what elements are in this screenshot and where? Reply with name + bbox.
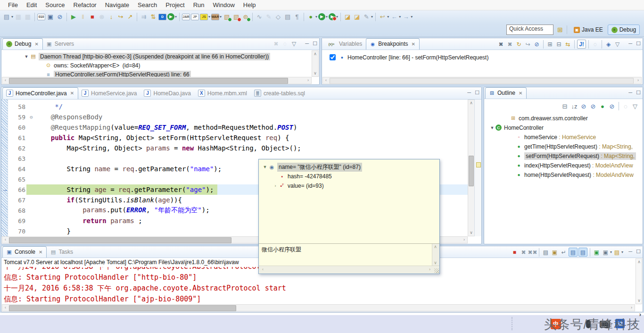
detail-hscrollbar[interactable]: ‹ ›	[259, 266, 439, 274]
scroll-right-icon[interactable]: ›	[635, 77, 641, 83]
tab-homecontroller-java[interactable]: JHomeController.java✕	[2, 87, 78, 99]
show-stderr-icon[interactable]: ▤	[578, 248, 587, 257]
tab-homeservice-java[interactable]: JHomeService.java	[78, 88, 140, 99]
minimize-icon[interactable]: ─	[628, 249, 632, 255]
breakpoints-hscroll-thumb[interactable]	[330, 78, 634, 84]
breakpoint-item[interactable]: ●HomeController [line: 66] - setForm(Htt…	[330, 53, 488, 62]
war-export-icon[interactable]: WAR	[211, 14, 219, 20]
scroll-right-icon[interactable]: ›	[461, 237, 467, 243]
step-into-icon[interactable]: ↓	[107, 13, 116, 21]
minimize-icon[interactable]: ─	[628, 41, 632, 47]
tab-console[interactable]: ▣Console✕	[2, 246, 47, 258]
scroll-up-icon[interactable]: ∧	[432, 244, 438, 250]
forward-icon[interactable]: →	[402, 13, 410, 21]
word-wrap-icon[interactable]: ↵	[560, 248, 568, 256]
minimize-icon[interactable]: ─	[467, 90, 471, 96]
inspect-row[interactable]: ▪hash= -42478485	[272, 172, 332, 181]
collapse-all-icon[interactable]: ⊟	[561, 102, 569, 110]
scroll-right-icon[interactable]: ›	[628, 305, 635, 311]
display-console-icon-dropdown[interactable]: ▾	[610, 250, 612, 254]
menu-navigate[interactable]: Navigate	[101, 0, 133, 9]
debug-launch-icon-dropdown[interactable]: ▾	[315, 15, 317, 19]
quick-access-box[interactable]: Quick Access	[506, 25, 553, 35]
remove-breakpoint-icon[interactable]: ✖	[497, 40, 505, 48]
last-edit-location-icon[interactable]: ↩	[378, 13, 387, 21]
skip-all-breakpoints-icon[interactable]: ⊘	[533, 40, 541, 48]
breakpoint-checkbox[interactable]	[330, 54, 336, 60]
show-view-icon[interactable]: ▤	[283, 13, 292, 21]
scroll-right-icon[interactable]: ›	[427, 266, 433, 273]
menu-refactor[interactable]: Refactor	[69, 0, 101, 9]
ddms-icon[interactable]: D	[158, 14, 166, 20]
open-log-icon[interactable]: ▣	[593, 248, 601, 256]
inspect-row[interactable]: ▼◉name= "微信小程序联盟" (id=87)	[262, 162, 362, 172]
scroll-down-icon[interactable]: ∨	[468, 230, 474, 236]
console-hscroll-thumb[interactable]	[9, 305, 236, 311]
group-by-icon[interactable]: ◌	[591, 40, 599, 48]
menu-source[interactable]: Source	[41, 0, 69, 9]
goto-file-icon[interactable]: ↪	[524, 40, 532, 48]
new-wizard-icon[interactable]: ▤	[2, 13, 11, 21]
scroll-left-icon[interactable]: ‹	[2, 305, 8, 311]
menu-project[interactable]: Project	[161, 0, 189, 9]
remove-all-launches-icon[interactable]: ✖✖	[528, 248, 537, 256]
collapse-all-icon[interactable]: ⊟	[555, 40, 563, 48]
hide-non-public-icon[interactable]: ●	[598, 102, 607, 110]
expander-icon[interactable]: ▼	[23, 54, 30, 59]
profile-launch-icon[interactable]: ▶	[329, 13, 336, 20]
expand-all-icon[interactable]: ⊞	[546, 40, 554, 48]
binary-literals-icon[interactable]: 010	[37, 14, 45, 20]
open-perspective-icon[interactable]: ⊞	[556, 25, 564, 34]
debug-hscroll-thumb[interactable]	[9, 78, 288, 84]
menu-edit[interactable]: Edit	[22, 0, 41, 9]
close-icon[interactable]: ✕	[519, 91, 522, 96]
external-tools-icon[interactable]: ▶	[167, 13, 174, 20]
tab-outline[interactable]: ⊞Outline✕	[485, 87, 527, 99]
save-icon[interactable]: ▦	[14, 13, 23, 21]
display-console-icon[interactable]: ▣	[602, 248, 610, 256]
detail-vscrollbar[interactable]: ∧ ∨	[432, 244, 439, 266]
menu-run[interactable]: Run	[189, 0, 209, 9]
disconnect-icon[interactable]: ⊗	[98, 13, 106, 21]
open-folder-icon[interactable]: ◪	[353, 13, 361, 21]
hide-static-icon[interactable]: ⊘	[589, 102, 597, 110]
new-wizard-icon-dropdown[interactable]: ▾	[11, 15, 13, 19]
resume-icon[interactable]: ▶	[69, 13, 78, 21]
tab-tasks[interactable]: ▤Tasks	[47, 247, 77, 258]
menu-file[interactable]: File	[4, 0, 22, 9]
jar-export-icon[interactable]: JAR	[182, 14, 190, 20]
save-all-icon[interactable]: ▦	[24, 13, 32, 21]
maximize-icon[interactable]: ☐	[313, 41, 317, 47]
console-view-icon[interactable]: ▣	[46, 13, 55, 21]
inspect-row[interactable]: ›▪Fvalue= (id=93)	[272, 181, 324, 191]
scroll-up-icon[interactable]: ∧	[468, 100, 474, 106]
war-export-icon-dropdown[interactable]: ▾	[220, 15, 222, 19]
java-exception-breakpoint-icon[interactable]: J!	[577, 40, 586, 49]
debug-hscrollbar[interactable]: ‹ ›	[2, 77, 312, 84]
occurrence-marker[interactable]	[476, 162, 481, 167]
tab-homedao-java[interactable]: JHomeDao.java	[140, 88, 194, 99]
fold-marker-icon[interactable]: ⊖	[28, 114, 35, 120]
console-hscrollbar[interactable]: ‹ ›	[2, 304, 635, 311]
step-over-icon[interactable]: ↪	[116, 13, 125, 21]
paintbrush-icon[interactable]: ✎	[264, 13, 273, 21]
annotate-icon-dropdown[interactable]: ▾	[371, 15, 373, 19]
outline-row[interactable]: ▼CHomeController	[489, 123, 544, 132]
maximize-icon[interactable]: ☐	[636, 41, 641, 47]
link-with-debug-icon[interactable]: ⇆	[564, 40, 572, 48]
last-edit-location-icon-dropdown[interactable]: ▾	[387, 15, 389, 19]
maximize-icon[interactable]: ☐	[636, 249, 641, 255]
scroll-left-icon[interactable]: ‹	[2, 237, 8, 243]
reuse-view-icon[interactable]: ↻	[515, 40, 523, 48]
back-icon-dropdown[interactable]: ▾	[399, 15, 401, 19]
debug-tree-row[interactable]: ≡HomeController.setForm(HttpServletReque…	[45, 70, 191, 77]
scroll-lock-icon[interactable]: ▣	[551, 248, 559, 256]
scroll-up-icon[interactable]: ∧	[636, 259, 642, 265]
suspend-icon[interactable]: ‖	[79, 13, 87, 21]
focus-icon[interactable]: ◌	[621, 102, 630, 110]
expander-icon[interactable]: ▼	[262, 165, 268, 169]
tab-breakpoints[interactable]: ◉Breakpoints✕	[366, 38, 420, 50]
deploy-package-icon[interactable]: ▧	[223, 13, 231, 21]
jsp-file-icon[interactable]: JP	[191, 14, 199, 20]
sort-icon[interactable]: ↓z	[570, 102, 578, 110]
